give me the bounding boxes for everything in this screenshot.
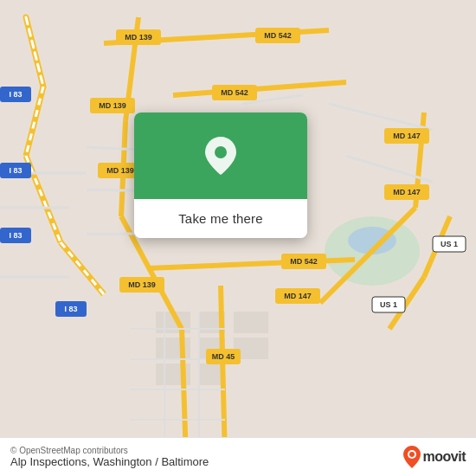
popup-green-area: [134, 113, 307, 199]
location-pin-icon: [203, 135, 238, 177]
svg-text:MD 139: MD 139: [125, 33, 152, 42]
svg-point-82: [409, 452, 415, 457]
svg-text:MD 139: MD 139: [106, 166, 134, 175]
svg-text:MD 45: MD 45: [212, 352, 235, 361]
svg-text:I 83: I 83: [9, 231, 22, 240]
svg-text:MD 542: MD 542: [264, 31, 292, 40]
svg-text:MD 542: MD 542: [290, 257, 318, 266]
svg-text:MD 542: MD 542: [221, 88, 248, 97]
moovit-pin-icon: [402, 445, 421, 469]
attribution-text: © OpenStreetMap contributors: [10, 446, 209, 455]
svg-text:MD 139: MD 139: [128, 280, 156, 289]
svg-text:US 1: US 1: [441, 240, 458, 248]
take-me-there-button[interactable]: Take me there: [134, 199, 307, 238]
popup-card: Take me there: [134, 113, 307, 238]
svg-rect-5: [234, 312, 268, 333]
bottom-left-info: © OpenStreetMap contributors Alp Inspect…: [10, 446, 209, 468]
svg-text:I 83: I 83: [64, 305, 77, 313]
svg-text:US 1: US 1: [380, 300, 397, 309]
moovit-logo: moovit: [402, 445, 466, 469]
bottom-bar: © OpenStreetMap contributors Alp Inspect…: [0, 437, 476, 476]
svg-text:MD 147: MD 147: [393, 132, 421, 140]
moovit-text: moovit: [423, 449, 466, 465]
svg-point-80: [215, 146, 227, 158]
svg-text:I 83: I 83: [9, 90, 22, 99]
map-container: MD 542 MD 542 MD 542 MD 139 MD 139 MD 13…: [0, 0, 476, 476]
svg-text:MD 147: MD 147: [284, 292, 312, 300]
svg-text:MD 139: MD 139: [99, 101, 126, 110]
location-title: Alp Inspections, Washington / Baltimore: [10, 455, 209, 468]
svg-text:I 83: I 83: [9, 166, 22, 175]
svg-text:MD 147: MD 147: [393, 188, 421, 196]
